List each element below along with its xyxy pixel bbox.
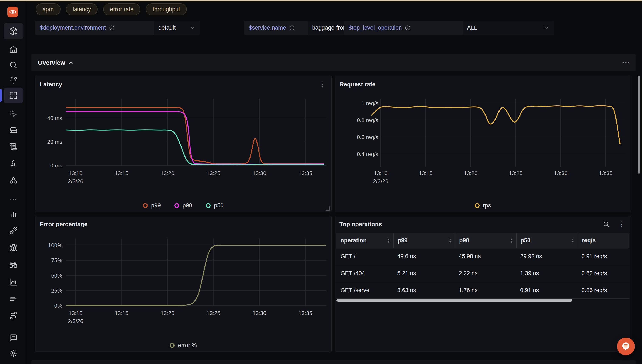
- request-rate-chart: 0.4 req/s0.6 req/s0.8 req/s1 req/s13:102…: [335, 76, 631, 212]
- panel-menu-kebab-icon[interactable]: ⋮: [319, 80, 326, 88]
- variables-row: $deployment.environment default $service…: [0, 21, 642, 35]
- sidebar-item-events[interactable]: [9, 110, 18, 118]
- sidebar-item-home[interactable]: [9, 45, 18, 54]
- legend-item-p90[interactable]: p90: [174, 202, 192, 209]
- next-section-header[interactable]: DB Metrics: [32, 360, 636, 364]
- variable-value-dropdown[interactable]: ALL: [463, 21, 554, 35]
- sidebar-item-settings[interactable]: [9, 349, 18, 358]
- table-cell: GET /404: [336, 265, 393, 282]
- legend-ring-icon: [475, 203, 480, 208]
- column-label: req/s: [582, 237, 596, 244]
- svg-text:40 ms: 40 ms: [47, 115, 62, 121]
- legend-item-error-[interactable]: error %: [170, 342, 197, 349]
- svg-text:13:20: 13:20: [160, 310, 174, 316]
- sidebar-item-alerts[interactable]: [9, 76, 18, 84]
- column-label: p99: [398, 237, 408, 244]
- tag-error-rate[interactable]: error rate: [103, 4, 140, 15]
- sidebar-item-explorer[interactable]: [9, 260, 18, 269]
- table-horizontal-scrollbar[interactable]: [336, 299, 572, 302]
- panel-title: Request rate: [339, 81, 375, 88]
- variable-value-dropdown[interactable]: default: [154, 21, 200, 35]
- legend-label: p99: [151, 202, 161, 209]
- metrics-icon: [9, 210, 18, 218]
- app-logo-icon[interactable]: [8, 6, 18, 17]
- section-menu-kebab-icon[interactable]: ⋯: [622, 58, 630, 66]
- sidebar-item-anomalies[interactable]: [9, 278, 18, 286]
- sort-arrows-icon[interactable]: ▲▼: [571, 238, 574, 243]
- chevron-up-icon: [68, 60, 74, 66]
- table-header-row: operation▲▼p99▲▼p90▲▼p50▲▼req/s: [336, 234, 629, 248]
- chat-support-button[interactable]: [617, 338, 635, 355]
- panel-request-rate: 0.4 req/s0.6 req/s0.8 req/s1 req/s13:102…: [335, 76, 631, 212]
- column-header-operation[interactable]: operation▲▼: [336, 234, 393, 248]
- services-icon: [9, 176, 18, 185]
- sidebar-item-pipelines[interactable]: [9, 294, 18, 303]
- search-icon: [9, 61, 18, 69]
- variable-value: default: [158, 24, 175, 31]
- panel-top-operations: Top operations ⋮ operation▲▼p99▲▼p90▲▼p5…: [335, 216, 631, 352]
- page-scrollbar[interactable]: [638, 76, 640, 174]
- svg-text:20 ms: 20 ms: [47, 139, 62, 145]
- panel-resize-handle[interactable]: [326, 206, 330, 210]
- svg-text:50%: 50%: [51, 272, 62, 279]
- latency-legend: p99p90p50: [35, 202, 331, 209]
- column-header-p50[interactable]: p50▲▼: [516, 234, 578, 248]
- svg-text:13:10: 13:10: [69, 170, 82, 176]
- legend-label: p50: [214, 202, 224, 209]
- infrastructure-icon: [9, 126, 18, 134]
- legend-item-p50[interactable]: p50: [206, 202, 224, 209]
- legend-ring-icon: [206, 203, 210, 208]
- legend-ring-icon: [170, 343, 174, 348]
- tag-latency[interactable]: latency: [66, 4, 98, 15]
- sidebar-item-traces[interactable]: [9, 160, 18, 168]
- sidebar-item-dashboards[interactable]: [4, 88, 23, 103]
- panel-menu-kebab-icon[interactable]: ⋮: [618, 220, 625, 228]
- column-header-req-s[interactable]: req/s: [578, 234, 629, 248]
- panel-toolbar: ⋮: [603, 220, 625, 228]
- sidebar-item-service-map[interactable]: [9, 312, 18, 320]
- latency-chart: 0 ms20 ms40 ms13:102/3/2613:1513:2013:25…: [35, 76, 331, 212]
- table-cell: 0.62 req/s: [578, 265, 629, 282]
- sort-arrows-icon[interactable]: ▲▼: [387, 238, 390, 243]
- legend-ring-icon: [174, 203, 179, 208]
- search-icon[interactable]: [603, 221, 609, 228]
- legend-label: rps: [483, 202, 491, 209]
- legend-item-rps[interactable]: rps: [475, 202, 491, 209]
- sidebar-item-infrastructure[interactable]: [9, 126, 18, 134]
- logs-icon: [9, 142, 18, 151]
- table-row[interactable]: GET /serve3.63 ns1.76 ns0.91 ns0.86 req/…: [336, 282, 629, 299]
- sidebar-item-integrations[interactable]: [9, 227, 18, 235]
- table-row[interactable]: GET /49.6 ns45.98 ns29.92 ns0.91 req/s: [336, 248, 629, 265]
- column-header-p90[interactable]: p90▲▼: [455, 234, 516, 248]
- sidebar-item-logs[interactable]: [9, 142, 18, 151]
- svg-text:75%: 75%: [51, 257, 62, 264]
- svg-text:13:30: 13:30: [253, 170, 266, 176]
- error-percentage-legend: error %: [35, 342, 331, 349]
- dashboards-icon: [9, 91, 18, 100]
- sidebar-item-feedback[interactable]: [9, 334, 18, 342]
- chevron-down-icon: [189, 24, 196, 31]
- feedback-icon: [9, 334, 18, 342]
- panel-title: Error percentage: [40, 221, 88, 228]
- variable-name: $service.name: [249, 24, 286, 31]
- svg-text:0.8 req/s: 0.8 req/s: [357, 117, 378, 124]
- overview-section-header[interactable]: Overview ⋯: [32, 54, 636, 71]
- tag-apm[interactable]: apm: [36, 4, 61, 15]
- sidebar-item-exceptions[interactable]: [9, 244, 18, 252]
- sidebar-item-search[interactable]: [9, 61, 18, 69]
- column-header-p99[interactable]: p99▲▼: [393, 234, 455, 248]
- sort-arrows-icon[interactable]: ▲▼: [449, 238, 452, 243]
- chat-bubble-icon: [620, 341, 631, 352]
- table-row[interactable]: GET /4045.21 ns2.22 ns1.39 ns0.62 req/s: [336, 265, 629, 282]
- sort-arrows-icon[interactable]: ▲▼: [510, 238, 513, 243]
- top-operations-table: operation▲▼p99▲▼p90▲▼p50▲▼req/sGET /49.6…: [336, 234, 629, 299]
- svg-text:100%: 100%: [48, 242, 62, 248]
- legend-label: p90: [182, 202, 192, 209]
- svg-text:13:30: 13:30: [253, 310, 266, 316]
- sidebar-item-metrics[interactable]: [9, 210, 18, 218]
- sidebar-item-services[interactable]: [9, 176, 18, 185]
- traces-icon: [9, 160, 18, 168]
- legend-item-p99[interactable]: p99: [143, 202, 161, 209]
- tag-throughput[interactable]: throughput: [146, 4, 187, 15]
- sidebar-item-more[interactable]: [9, 196, 18, 204]
